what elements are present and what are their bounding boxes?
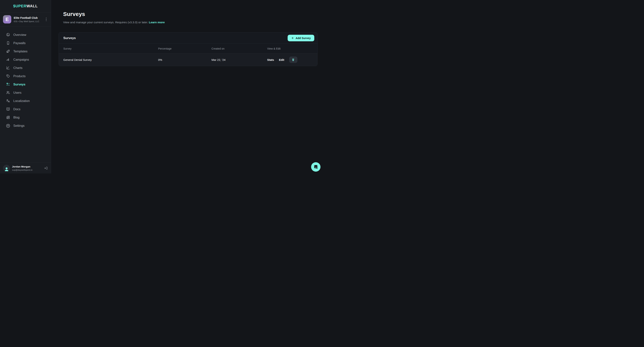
chat-bubble-button[interactable] — [311, 162, 320, 172]
sidebar-item-products[interactable]: Products — [0, 72, 51, 80]
workspace-switcher[interactable]: E Elite Football Club iOS • Day Well Spe… — [0, 12, 51, 26]
percentage-cell: 0% — [158, 58, 212, 61]
chat-smile-icon — [311, 162, 320, 172]
logo-accent-text: $UPER — [13, 4, 26, 8]
sidebar-item-label: Settings — [13, 124, 24, 127]
sidebar-item-label: Localization — [13, 99, 30, 103]
workspace-name: Elite Football Club — [14, 16, 42, 19]
plus-icon — [291, 37, 294, 39]
user-name: Jordan Morgan — [12, 165, 42, 168]
main-content: Surveys View and manage your current sur… — [51, 0, 322, 173]
rocket-icon — [6, 49, 10, 53]
sidebar-item-paywalls[interactable]: Paywalls — [0, 39, 51, 47]
sidebar-item-docs[interactable]: Docs — [0, 105, 51, 113]
sidebar-item-label: Campaigns — [13, 58, 29, 61]
sidebar-item-label: Blog — [13, 116, 20, 119]
paywalls-icon — [6, 41, 10, 45]
sidebar-item-localization[interactable]: Localization — [0, 97, 51, 105]
workspace-subtitle: iOS • Day Well Spent, LLC — [14, 20, 42, 22]
trash-x-icon — [292, 58, 295, 61]
split-arrows-icon — [6, 57, 10, 62]
created-on-cell: Mar 22, '24 — [212, 58, 267, 61]
sidebar-item-users[interactable]: Users — [0, 88, 51, 97]
page-title: Surveys — [63, 11, 85, 17]
book-icon — [6, 107, 10, 111]
users-icon — [6, 90, 10, 95]
sidebar-item-settings[interactable]: Settings — [0, 121, 51, 130]
gear-icon — [6, 124, 10, 128]
superwall-logo: $UPERWALL — [0, 0, 51, 12]
stats-link[interactable]: Stats — [267, 58, 274, 61]
user-email: sup@daywellspent.io — [12, 169, 42, 171]
table-header-row: Survey Percentage Created on View & Edit — [59, 44, 317, 53]
delete-survey-button[interactable] — [289, 56, 298, 63]
kebab-menu-icon[interactable] — [44, 17, 48, 22]
sidebar-item-label: Charts — [13, 66, 22, 70]
overview-icon — [6, 33, 10, 37]
card-title: Surveys — [63, 36, 76, 40]
col-header-survey: Survey — [63, 47, 158, 50]
sidebar: $UPERWALL E Elite Football Club iOS • Da… — [0, 0, 51, 173]
col-header-view-edit: View & Edit — [267, 47, 313, 50]
sidebar-item-label: Overview — [13, 33, 26, 37]
sidebar-item-label: Docs — [13, 107, 20, 111]
col-header-percentage: Percentage — [158, 47, 212, 50]
logo-rest-text: WALL — [26, 4, 38, 8]
sidebar-item-overview[interactable]: Overview — [0, 31, 51, 39]
sidebar-item-surveys[interactable]: Surveys — [0, 80, 51, 88]
sidebar-item-blog[interactable]: Blog — [0, 113, 51, 121]
user-bar: Jordan Morgan sup@daywellspent.io — [0, 163, 51, 173]
news-icon — [6, 115, 10, 119]
sidebar-item-label: Products — [13, 74, 26, 78]
add-survey-button[interactable]: Add Survey — [288, 35, 314, 41]
table-row: General Denial Survey 0% Mar 22, '24 Sta… — [59, 53, 317, 66]
sidebar-item-charts[interactable]: Charts — [0, 64, 51, 72]
learn-more-link[interactable]: Learn more — [149, 21, 164, 24]
sidebar-item-label: Paywalls — [13, 41, 26, 45]
tag-icon — [6, 74, 10, 78]
sidebar-item-label: Templates — [13, 49, 28, 53]
surveys-card: Surveys Add Survey Survey Percentage Cre… — [58, 32, 318, 66]
edit-link[interactable]: Edit — [279, 58, 284, 61]
sidebar-item-campaigns[interactable]: Campaigns — [0, 55, 51, 64]
sidebar-item-templates[interactable]: Templates — [0, 47, 51, 55]
col-header-created-on: Created on — [212, 47, 267, 50]
logout-icon[interactable] — [44, 166, 48, 170]
chart-line-icon — [6, 66, 10, 70]
checklist-icon — [6, 82, 10, 86]
row-actions: Stats Edit — [267, 56, 313, 63]
person-icon — [4, 166, 10, 172]
app-root: $UPERWALL E Elite Football Club iOS • Da… — [0, 0, 322, 173]
sidebar-item-label: Surveys — [13, 83, 25, 86]
sidebar-nav: OverviewPaywallsTemplatesCampaignsCharts… — [0, 26, 51, 130]
page-subtitle: View and manage your current surveys. Re… — [63, 21, 165, 24]
workspace-avatar: E — [3, 15, 11, 23]
language-icon — [6, 99, 10, 103]
user-avatar[interactable] — [3, 165, 10, 172]
sidebar-item-label: Users — [13, 91, 22, 94]
survey-name-cell: General Denial Survey — [63, 58, 158, 61]
